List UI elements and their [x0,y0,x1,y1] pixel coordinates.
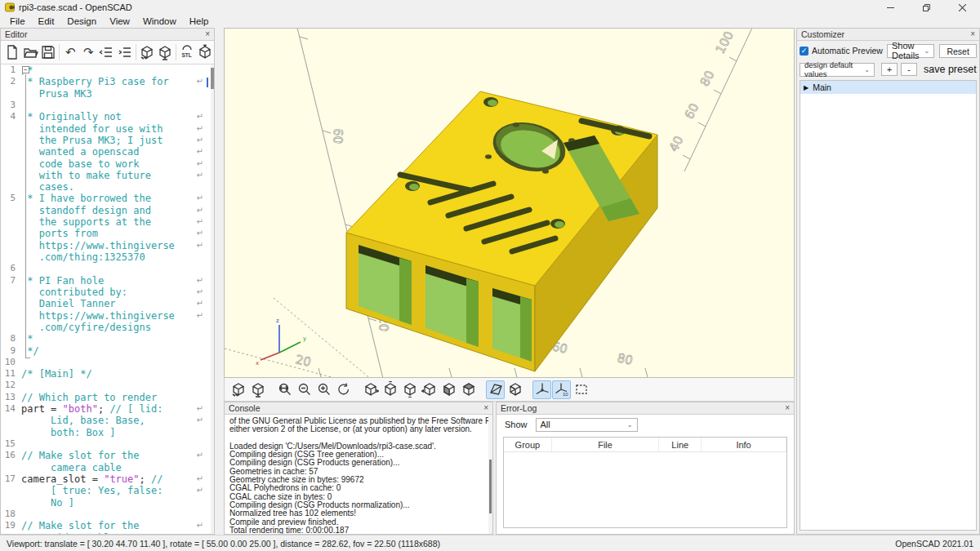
save-button[interactable] [39,42,57,62]
code-line[interactable]: 12 [1,380,214,391]
customizer-group-main[interactable]: ▶ Main [800,81,976,94]
editor-scrollbar[interactable] [211,64,214,534]
code-line[interactable]: standoff design and↵ [1,205,214,216]
code-line[interactable]: video cable [1,532,214,535]
show-axes-button[interactable] [532,380,551,399]
code-editor[interactable]: 1/*2 * Raspberry Pi3 case for↵ Prusa MK3… [1,64,214,534]
reset-button[interactable]: Reset [939,44,977,58]
view-bottom-button[interactable] [400,380,419,399]
code-line[interactable]: 10 [1,357,214,368]
code-line[interactable]: 3 [1,100,214,111]
code-line[interactable]: camera cable [1,462,214,473]
error-column-file[interactable]: File [552,438,659,451]
preview-button[interactable] [229,380,247,399]
code-line[interactable]: 4 * Originally not↵ [1,111,214,122]
code-line[interactable]: 1/* [1,64,214,76]
code-line[interactable]: 9 */ [1,345,214,357]
automatic-preview-checkbox[interactable]: ✓ [800,47,808,56]
code-line[interactable]: 2 * Raspberry Pi3 case for↵ [1,76,214,87]
code-line[interactable]: 13// Which part to render [1,392,214,403]
add-preset-button[interactable]: + [881,63,898,76]
code-line[interactable]: contributed by:↵ [1,287,214,298]
code-line[interactable]: No ] [1,497,214,509]
menu-item-help[interactable]: Help [183,15,216,28]
view-front-button[interactable] [439,380,458,399]
view-left-button[interactable] [420,380,439,399]
code-line[interactable]: .com/cyfire/designs [1,322,214,333]
send-to-printer-button[interactable] [196,42,214,62]
menu-item-edit[interactable]: Edit [32,15,61,28]
code-line[interactable]: 18 [1,509,214,520]
zoom-out-button[interactable] [295,380,314,399]
code-line[interactable]: https://www.thingiverse↵ [1,240,214,251]
code-line[interactable]: 17camera_slot = "true"; //↵ [1,473,214,485]
undo-button[interactable]: ↶ [61,42,79,62]
show-edges-button[interactable] [572,380,590,399]
code-line[interactable]: 6 [1,263,214,274]
view-right-button[interactable] [361,380,380,399]
error-column-info[interactable]: Info [702,438,786,451]
error-log-close-icon[interactable]: × [785,404,790,412]
view-top-button[interactable] [381,380,399,399]
code-line[interactable]: the supports at the↵ [1,216,214,228]
zoom-all-button[interactable] [275,380,294,399]
menu-item-window[interactable]: Window [136,15,183,28]
code-line[interactable]: 19// Make slot for the↵ [1,520,214,531]
error-column-group[interactable]: Group [504,438,552,451]
editor-scrollbar-thumb[interactable] [211,68,214,89]
code-line[interactable]: code base to work↵ [1,158,214,170]
code-line[interactable]: ports from↵ [1,228,214,239]
close-button[interactable] [944,0,980,15]
code-line[interactable]: https://www.thingiverse↵ [1,310,214,322]
code-line[interactable]: with to make future↵ [1,170,214,181]
new-file-button[interactable] [3,42,21,62]
console-close-icon[interactable]: × [483,404,488,412]
view-back-button[interactable] [459,380,478,399]
code-line[interactable]: 7 * PI Fan hole↵ [1,275,214,287]
code-line[interactable]: Daniel Tanner↵ [1,298,214,309]
editor-close-icon[interactable]: × [205,30,210,38]
console-log[interactable]: of the GNU General Public License as pub… [225,415,488,534]
error-filter-dropdown[interactable]: All⌄ [536,418,638,432]
unindent-button[interactable] [97,42,115,62]
code-line[interactable]: [ true: Yes, false:↵ [1,485,214,496]
console-scrollbar-thumb[interactable] [489,460,492,513]
code-line[interactable]: 8 * [1,333,214,344]
code-line[interactable]: wanted a openscad↵ [1,146,214,158]
code-line[interactable]: the Prusa MK3; I just↵ [1,135,214,146]
reset-view-button[interactable] [334,380,353,399]
indent-button[interactable] [116,42,134,62]
details-dropdown[interactable]: Show Details⌄ [887,44,934,58]
code-line[interactable]: 11/* [Main] */ [1,368,214,380]
code-line[interactable]: Prusa MK3 [1,88,214,100]
code-line[interactable]: 15 [1,438,214,450]
title-bar[interactable]: rpi3-case.scad - OpenSCAD [0,0,980,15]
code-line[interactable]: both: Box ] [1,427,214,438]
3d-viewport[interactable]: 204060406080100206080 [224,28,795,378]
open-file-button[interactable] [21,42,39,62]
minimize-button[interactable] [872,0,908,15]
code-line[interactable]: 16// Make slot for the↵ [1,450,214,461]
remove-preset-button[interactable]: - [901,63,917,76]
perspective-button[interactable] [486,380,505,399]
render-button[interactable] [156,42,174,62]
customizer-close-icon[interactable]: × [970,30,975,38]
console-scrollbar[interactable] [488,415,492,534]
code-line[interactable]: intended for use with↵ [1,123,214,135]
redo-button[interactable]: ↷ [79,42,97,62]
zoom-in-button[interactable] [314,380,333,399]
export-stl-button[interactable]: STL [178,42,196,62]
show-scale-button[interactable]: 10 [552,380,571,399]
preset-dropdown[interactable]: design default values⌄ [800,63,875,77]
code-line[interactable]: .com/thing:1325370 [1,251,214,263]
maximize-button[interactable] [908,0,944,15]
menu-item-design[interactable]: Design [60,15,103,28]
code-line[interactable]: cases. [1,181,214,193]
code-line[interactable]: 5 * I have borrowed the↵ [1,193,214,204]
menu-item-view[interactable]: View [103,15,136,28]
orthogonal-button[interactable] [506,380,524,399]
code-line[interactable]: 14part = "both"; // [ lid:↵ [1,403,214,415]
fold-toggle-icon[interactable]: − [22,66,29,73]
render-button[interactable] [248,380,267,399]
preview-button[interactable] [138,42,156,62]
